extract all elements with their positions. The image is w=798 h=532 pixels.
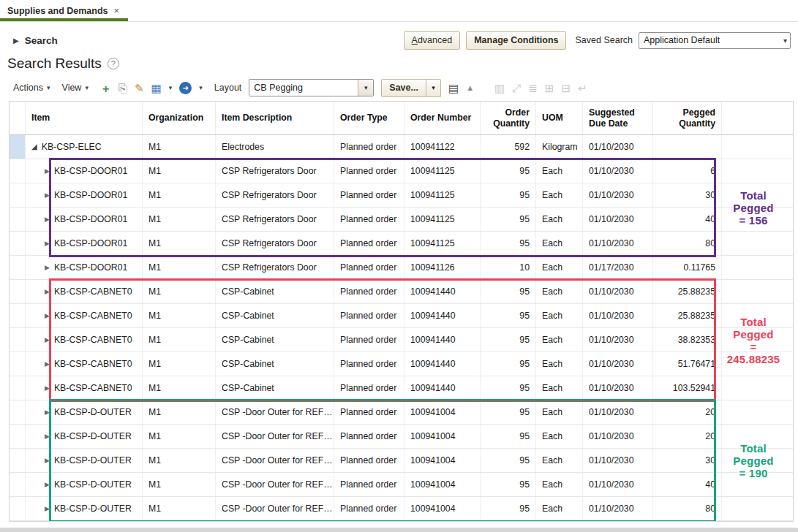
cell-number: 100941440: [404, 352, 481, 376]
table-row[interactable]: ▶KB-CSP-D-OUTERM1CSP -Door Outer for REF…: [10, 449, 793, 473]
add-icon[interactable]: ＋: [100, 83, 111, 94]
column-header-desc[interactable]: Item Description: [216, 102, 334, 134]
cell-type: Planned order: [334, 159, 404, 183]
table-row[interactable]: ◢KB-CSP-ELECM1ElectrodesPlanned order100…: [10, 135, 793, 159]
cell-desc: CSP Refrigerators Door: [216, 256, 334, 279]
cell-uom: Kilogram: [536, 135, 583, 159]
row-selector[interactable]: [10, 352, 26, 376]
row-selector[interactable]: [10, 280, 26, 303]
grid-edit-icon[interactable]: ▦: [151, 83, 162, 94]
row-selector[interactable]: [10, 304, 26, 327]
tab-supplies-and-demands[interactable]: Supplies and Demands ×: [0, 0, 128, 21]
close-tab-icon[interactable]: ×: [114, 5, 120, 16]
table-row[interactable]: ▶KB-CSP-D-OUTERM1CSP -Door Outer for REF…: [10, 473, 793, 497]
column-header-pegged[interactable]: Pegged Quantity: [653, 102, 722, 134]
expand-row-icon[interactable]: ▶: [45, 425, 50, 448]
cell-type: Planned order: [334, 400, 404, 424]
expand-row-icon[interactable]: ▶: [45, 449, 50, 472]
row-selector[interactable]: [10, 159, 26, 183]
select-column-header[interactable]: [10, 102, 26, 134]
advanced-button[interactable]: Advanced: [404, 31, 461, 50]
chevron-down-icon[interactable]: ▾: [358, 80, 373, 96]
cell-due: 01/10/2030: [583, 328, 653, 352]
save-button[interactable]: Save...: [381, 79, 426, 97]
row-selector[interactable]: [10, 256, 26, 279]
expand-row-icon[interactable]: ▶: [45, 159, 50, 183]
expand-row-icon[interactable]: ▶: [45, 328, 50, 352]
collapse-row-icon[interactable]: ◢: [31, 135, 37, 159]
table-row[interactable]: ▶KB-CSP-CABNET0M1CSP-CabinetPlanned orde…: [10, 352, 793, 376]
column-header-item[interactable]: Item: [26, 102, 143, 134]
copy-icon[interactable]: ⎘: [118, 83, 127, 94]
cell-item: ▶KB-CSP-CABNET0: [26, 304, 143, 327]
view-menu[interactable]: View ▾: [62, 83, 89, 93]
row-selector[interactable]: [10, 425, 26, 448]
row-selector[interactable]: [10, 208, 26, 231]
row-selector[interactable]: [10, 497, 26, 520]
row-selector[interactable]: [10, 400, 26, 424]
row-selector[interactable]: [10, 376, 26, 400]
cell-org: M1: [143, 473, 216, 496]
table-row[interactable]: ▶KB-CSP-CABNET0M1CSP-CabinetPlanned orde…: [10, 280, 793, 304]
table-row[interactable]: ▶KB-CSP-CABNET0M1CSP-CabinetPlanned orde…: [10, 304, 793, 328]
expand-row-icon[interactable]: ▶: [45, 376, 50, 400]
cell-number: 100941004: [404, 449, 481, 472]
row-selector[interactable]: [10, 449, 26, 472]
expand-row-icon[interactable]: ▶: [45, 232, 50, 255]
row-selector[interactable]: [10, 232, 26, 255]
cell-type: Planned order: [334, 183, 404, 207]
search-section-toggle[interactable]: ▶ Search: [13, 35, 58, 46]
chevron-down-icon: ▾: [47, 84, 50, 91]
table-view-icon[interactable]: ▤: [448, 83, 459, 94]
expand-row-icon[interactable]: ▶: [45, 256, 50, 279]
expand-row-icon[interactable]: ▶: [45, 208, 50, 231]
table-row[interactable]: ▶KB-CSP-CABNET0M1CSP-CabinetPlanned orde…: [10, 376, 793, 400]
row-selector[interactable]: [10, 473, 26, 496]
saved-search-select[interactable]: Application Default ▾: [639, 32, 791, 49]
expand-row-icon[interactable]: ▶: [45, 280, 50, 303]
expand-row-icon[interactable]: ▶: [45, 183, 50, 207]
results-toolbar: Actions ▾ View ▾ ＋ ⎘ ✎ ▦ ▾ ➜ ▾ Layout CB…: [0, 75, 798, 101]
cell-qty: 95: [481, 376, 536, 400]
table-row[interactable]: ▶KB-CSP-D-OUTERM1CSP -Door Outer for REF…: [10, 400, 793, 425]
row-selector[interactable]: [10, 135, 26, 159]
row-selector[interactable]: [10, 183, 26, 207]
table-row[interactable]: ▶KB-CSP-DOOR01M1CSP Refrigerators DoorPl…: [10, 159, 793, 183]
column-header-uom[interactable]: UOM: [536, 102, 583, 134]
cell-number: 100941122: [404, 135, 481, 159]
edit-icon[interactable]: ✎: [135, 83, 144, 94]
expand-row-icon[interactable]: ▶: [45, 400, 50, 424]
row-selector[interactable]: [10, 328, 26, 352]
expand-row-icon[interactable]: ▶: [45, 304, 50, 327]
layout-combobox[interactable]: CB Pegging ▾: [249, 79, 374, 96]
column-header-due[interactable]: Suggested Due Date: [583, 102, 653, 134]
item-name: KB-CSP-DOOR01: [54, 232, 127, 255]
table-row[interactable]: ▶KB-CSP-D-OUTERM1CSP -Door Outer for REF…: [10, 497, 793, 521]
horizontal-scrollbar[interactable]: [0, 528, 798, 532]
column-header-number[interactable]: Order Number: [404, 102, 481, 134]
chevron-down-icon[interactable]: ▾: [199, 84, 203, 91]
column-header-qty[interactable]: Order Quantity: [481, 102, 536, 134]
help-icon[interactable]: ?: [108, 58, 119, 69]
column-header-type[interactable]: Order Type: [334, 102, 404, 134]
table-row[interactable]: ▶KB-CSP-CABNET0M1CSP-CabinetPlanned orde…: [10, 328, 793, 352]
cell-qty: 10: [481, 256, 536, 279]
table-row[interactable]: ▶KB-CSP-DOOR01M1CSP Refrigerators DoorPl…: [10, 232, 793, 256]
cell-number: 100941125: [404, 208, 481, 231]
save-dropdown-icon[interactable]: ▾: [426, 79, 441, 97]
go-icon[interactable]: ➜: [179, 82, 192, 94]
chevron-down-icon[interactable]: ▾: [169, 84, 173, 91]
table-row[interactable]: ▶KB-CSP-DOOR01M1CSP Refrigerators DoorPl…: [10, 208, 793, 232]
column-header-org[interactable]: Organization: [143, 102, 216, 134]
actions-menu[interactable]: Actions ▾: [13, 83, 50, 93]
collapse-toolbar-icon[interactable]: ▲: [466, 84, 474, 92]
cell-desc: CSP Refrigerators Door: [216, 159, 334, 183]
expand-row-icon[interactable]: ▶: [45, 473, 50, 496]
table-row[interactable]: ▶KB-CSP-D-OUTERM1CSP -Door Outer for REF…: [10, 425, 793, 449]
search-header-row: ▶ Search Advanced Manage Conditions Save…: [0, 22, 798, 51]
table-row[interactable]: ▶KB-CSP-DOOR01M1CSP Refrigerators DoorPl…: [10, 256, 793, 280]
expand-row-icon[interactable]: ▶: [45, 497, 50, 520]
expand-row-icon[interactable]: ▶: [45, 352, 50, 376]
table-row[interactable]: ▶KB-CSP-DOOR01M1CSP Refrigerators DoorPl…: [10, 183, 793, 208]
manage-conditions-button[interactable]: Manage Conditions: [466, 31, 566, 50]
